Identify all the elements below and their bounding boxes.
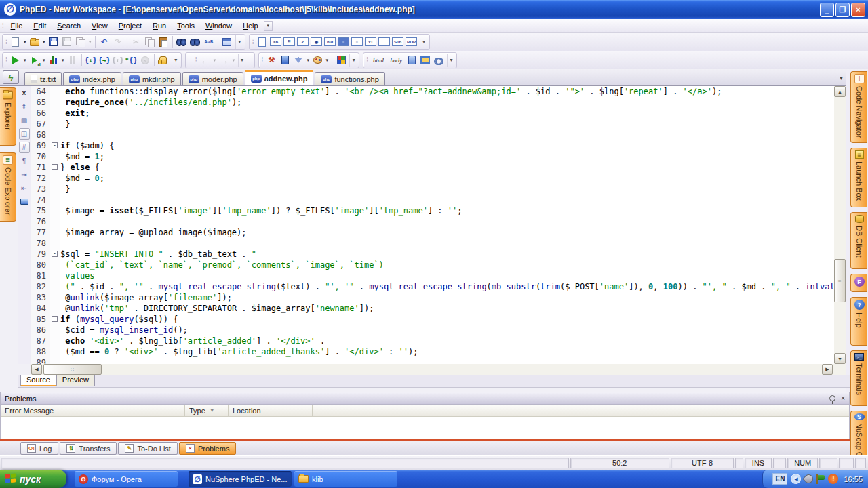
close-panel-icon[interactable]: ×	[841, 394, 845, 402]
menu-item-tools[interactable]: Tools	[172, 20, 200, 31]
task-button-opera[interactable]: OФорум - Opera	[75, 471, 178, 487]
redo-button[interactable]: ↷	[111, 35, 125, 49]
deploy-button[interactable]	[278, 54, 292, 67]
find-button[interactable]	[175, 35, 189, 49]
profiler-dropdown[interactable]: ▾	[60, 58, 66, 63]
cut-button[interactable]: ✂	[130, 35, 143, 49]
save-as-button[interactable]	[74, 35, 87, 49]
menu-item-search[interactable]: Search	[52, 20, 86, 31]
highlight-dropdown[interactable]: ▾	[324, 58, 330, 63]
navigate-back-button[interactable]: ←	[199, 54, 212, 67]
form-hidden-button[interactable]: hid	[323, 35, 337, 49]
menu-item-run[interactable]: Run	[147, 20, 172, 31]
menu-item-file[interactable]: File	[5, 20, 28, 31]
menu-item-edit[interactable]: Edit	[28, 20, 52, 31]
insert-clipboard-button[interactable]	[405, 54, 418, 67]
toolbar-overflow-chevron-icon[interactable]: ▾	[447, 54, 455, 67]
taskbar-clock[interactable]: 16:55	[844, 475, 863, 483]
minimize-button[interactable]: _	[820, 3, 834, 17]
doc-tab-tz.txt[interactable]: tz.txt	[24, 72, 62, 85]
stop-button[interactable]: ×	[138, 54, 152, 67]
navigate-back-dropdown[interactable]: ▾	[212, 58, 218, 63]
navigate-forward-dropdown[interactable]: ▾	[231, 58, 237, 63]
form-submit-button[interactable]: Sub	[391, 35, 405, 49]
problems-list[interactable]	[1, 417, 849, 439]
run-debug-button[interactable]: d	[28, 54, 41, 67]
filter-dropdown[interactable]: ▾	[305, 58, 311, 63]
color-picker-button[interactable]	[334, 54, 348, 67]
bottom-tab-problems[interactable]: ×Problems	[179, 442, 236, 455]
language-indicator[interactable]: EN	[772, 473, 787, 485]
horizontal-scroll-thumb[interactable]: ⁞⁞	[43, 364, 102, 375]
toolbar-overflow-chevron-icon[interactable]: ▾	[349, 54, 357, 67]
task-button-folder[interactable]: klib	[294, 471, 397, 487]
doc-tab-mkdir.php[interactable]: phpmkdir.php	[123, 72, 181, 85]
settings-button[interactable]: ⚒	[264, 54, 278, 67]
preview-monitor-icon[interactable]	[19, 196, 30, 207]
form-radio-button[interactable]: ◉	[310, 35, 323, 49]
split-view-icon[interactable]: ⇕	[19, 101, 30, 113]
highlight-button[interactable]	[311, 54, 324, 67]
bottom-tab-transfers[interactable]: ⇅Transfers	[60, 442, 117, 455]
navigate-forward-button[interactable]: →	[218, 54, 231, 67]
open-file-dropdown[interactable]: ▾	[41, 39, 47, 45]
menu-item-window[interactable]: Window	[200, 20, 237, 31]
open-file-button[interactable]	[28, 35, 41, 49]
panel-tab-terminals[interactable]: >_Terminals	[850, 350, 867, 406]
toolbar-overflow-chevron-icon[interactable]: ▾	[238, 54, 246, 67]
panel-tab-explorer[interactable]: Explorer	[0, 87, 16, 146]
panel-tab-help[interactable]: ?Help	[850, 297, 867, 346]
green-flag-icon[interactable]	[816, 474, 825, 484]
new-file-dropdown[interactable]: ▾	[22, 39, 28, 45]
close-pane-icon[interactable]: ×	[19, 87, 30, 99]
fold-marker-icon[interactable]: -	[52, 316, 58, 322]
pause-hand-button[interactable]	[157, 54, 170, 67]
html-tag-button[interactable]: html	[370, 54, 387, 67]
goto-button[interactable]: ϟ	[3, 70, 19, 84]
paste-button[interactable]	[157, 35, 170, 49]
save-as-dropdown[interactable]: ▾	[87, 39, 93, 45]
code-editor[interactable]: 64 echo functions::display_error($lng['e…	[31, 86, 834, 364]
form-blank-button[interactable]	[378, 35, 391, 49]
line-numbers-icon[interactable]: #	[19, 142, 30, 153]
scroll-down-icon[interactable]: ▼	[834, 353, 846, 364]
bottom-tab-todo[interactable]: ✎To-Do List	[118, 442, 178, 455]
show-paragraph-icon[interactable]: ¶	[19, 155, 30, 167]
editor-vertical-scrollbar[interactable]: ▲ = ▼	[834, 86, 846, 364]
doc-tab-index.php[interactable]: phpindex.php	[63, 72, 121, 85]
network-dish-icon[interactable]	[803, 472, 815, 485]
doc-tab-addnew.php[interactable]: phpaddnew.php	[245, 70, 314, 85]
form-checkbox-button[interactable]: ✓	[296, 35, 310, 49]
toolbar-overflow-chevron-icon[interactable]: ▾	[172, 54, 180, 67]
scroll-right-icon[interactable]: ▶	[822, 364, 833, 375]
copy-button[interactable]	[143, 35, 157, 49]
run-to-cursor-button[interactable]: *{}	[125, 54, 138, 67]
form-textinput-button[interactable]: ab	[269, 35, 283, 49]
view-tab-source[interactable]: Source	[20, 375, 56, 386]
close-button[interactable]: ×	[851, 3, 865, 17]
column-header-type[interactable]: Type▼	[185, 405, 229, 416]
step-out-button[interactable]: {↑}	[111, 54, 125, 67]
form-x1-button[interactable]: x1	[364, 35, 378, 49]
panel-tab-code-navigator[interactable]: iCode Navigator	[850, 71, 867, 143]
step-over-button[interactable]: {→}	[98, 54, 111, 67]
tab-list-chevron-icon[interactable]: ▾	[840, 75, 843, 81]
form-combobox-button[interactable]: ≡	[351, 35, 364, 49]
show-margin-icon[interactable]: ◫	[19, 128, 30, 140]
indent-icon[interactable]: ⇥	[19, 169, 30, 180]
scroll-left-icon[interactable]: ◀	[31, 364, 42, 375]
fold-marker-icon[interactable]: -	[52, 251, 58, 257]
replace-button[interactable]: A→B	[202, 35, 216, 49]
menu-item-view[interactable]: View	[86, 20, 113, 31]
vertical-scroll-thumb[interactable]: =	[834, 259, 846, 302]
insert-link-button[interactable]	[432, 54, 446, 67]
fit-window-button[interactable]	[220, 35, 234, 49]
form-grid-button[interactable]: ⠿	[283, 35, 296, 49]
menu-item-help[interactable]: Help	[237, 20, 264, 31]
doc-tab-moder.php[interactable]: phpmoder.php	[182, 72, 243, 85]
outdent-icon[interactable]: ⇤	[19, 182, 30, 194]
task-button-phped[interactable]: ∅NuSphere PhpED - Ne...	[189, 471, 292, 487]
step-into-button[interactable]: {↓}	[84, 54, 98, 67]
form-bop-button[interactable]: BOP	[405, 35, 418, 49]
form-page-button[interactable]	[256, 35, 269, 49]
